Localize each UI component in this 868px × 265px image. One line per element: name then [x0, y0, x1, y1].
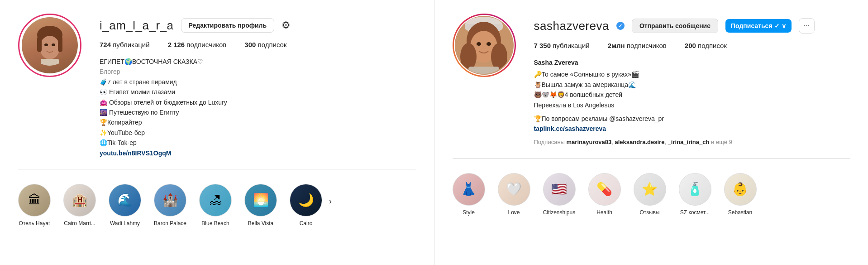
- left-stories-row: 🏛 Отель Hayat 🏨 Cairo Marri... 🌊 Wadi La…: [18, 177, 322, 226]
- left-avatar-wrap: [18, 14, 81, 77]
- right-story-thumb-3: 💊: [588, 173, 621, 206]
- bio-line-2: 🧳7 лет в стране пирамид: [100, 77, 416, 87]
- right-story-thumb-2: 🇺🇸: [543, 173, 576, 206]
- following-user-1[interactable]: marinayurova83: [567, 139, 612, 145]
- settings-icon[interactable]: ⚙: [281, 20, 291, 30]
- right-story-item-3[interactable]: 💊 Health: [588, 173, 621, 216]
- story-thumb-5: 🌅: [244, 184, 277, 217]
- story-label-2: Wadi Lahmy: [110, 220, 140, 226]
- left-stats-row: 724 публикаций 2 126 подписчиков 300 под…: [100, 41, 416, 48]
- story-label-6: Cairo: [300, 220, 313, 226]
- svg-point-1: [40, 36, 60, 59]
- left-profile-top: i_am_l_a_r_a Редактировать профиль ⚙ 724…: [18, 14, 416, 158]
- following-user-3[interactable]: _irina_irina_ch: [668, 139, 710, 145]
- svg-rect-3: [58, 36, 62, 52]
- story-thumb-3: 🏰: [154, 184, 186, 217]
- svg-point-15: [486, 42, 491, 46]
- right-profile-top: sashazvereva ✓ Отправить сообщение Подпи…: [453, 14, 850, 147]
- svg-point-14: [477, 42, 481, 46]
- following-user-2[interactable]: aleksandra.desire: [615, 139, 665, 145]
- right-stats-row: 7 350 публикаций 2млн подписчиков 200 по…: [534, 42, 850, 49]
- left-story-item-6[interactable]: 🌙 Cairo: [290, 184, 322, 226]
- svg-point-4: [44, 43, 48, 46]
- right-story-label-3: Health: [596, 209, 612, 216]
- edit-profile-button[interactable]: Редактировать профиль: [181, 18, 275, 33]
- right-avatar-inner: [455, 16, 514, 75]
- right-story-label-2: Citizenshipus: [543, 209, 575, 216]
- story-label-4: Blue Beach: [201, 220, 229, 226]
- right-stories-section: 👗 Style 🤍 Love 🇺🇸 Citizenshipus 💊 Health…: [453, 158, 850, 216]
- right-avatar-gradient: [453, 14, 516, 77]
- left-username: i_am_l_a_r_a: [100, 19, 174, 33]
- left-story-item-4[interactable]: 🏖 Blue Beach: [199, 184, 232, 226]
- svg-point-12: [460, 43, 477, 70]
- more-icon: ···: [804, 22, 810, 29]
- story-thumb-1: 🏨: [63, 184, 96, 217]
- right-story-label-0: Style: [463, 209, 475, 216]
- right-story-item-5[interactable]: 🧴 SZ космет...: [679, 173, 711, 216]
- left-bio-link[interactable]: youtu.be/n8IRVS1OgqM: [100, 148, 416, 158]
- right-profile-info: sashazvereva ✓ Отправить сообщение Подпи…: [534, 14, 850, 147]
- right-story-item-1[interactable]: 🤍 Love: [498, 173, 530, 216]
- right-story-label-5: SZ космет...: [680, 209, 710, 216]
- left-posts-stat: 724 публикаций: [100, 41, 150, 48]
- right-bio-line-3: Переехала в Los Angelesus: [534, 100, 850, 110]
- svg-rect-2: [37, 36, 42, 52]
- more-options-button[interactable]: ···: [799, 18, 815, 34]
- right-avatar-inner-wrap: [454, 15, 515, 76]
- story-label-0: Отель Hayat: [19, 220, 50, 226]
- story-label-3: Baron Palace: [154, 220, 186, 226]
- right-bio-name: Sasha Zvereva: [534, 58, 850, 67]
- send-message-button[interactable]: Отправить сообщение: [632, 19, 718, 33]
- left-story-item-2[interactable]: 🌊 Wadi Lahmy: [109, 184, 141, 226]
- bio-line-3: 👀 Египет моими глазами: [100, 87, 416, 97]
- right-story-item-6[interactable]: 👶 Sebastian: [724, 173, 757, 216]
- right-following-stat: 200 подписок: [685, 42, 727, 49]
- bio-line-1: Блогер: [100, 67, 416, 77]
- right-story-thumb-1: 🤍: [498, 173, 530, 206]
- bio-line-8: 🌐Tik-Tok-ер: [100, 138, 416, 148]
- right-story-thumb-6: 👶: [724, 173, 757, 206]
- bio-line-0: ЕГИПЕТ🌍ВОСТОЧНАЯ СКАЗКА♡: [100, 57, 416, 67]
- right-story-label-1: Love: [508, 209, 520, 216]
- story-thumb-4: 🏖: [199, 184, 232, 217]
- right-bio-line-0: 🔑То самое «Солнышко в руках»🎬: [534, 69, 850, 79]
- right-story-label-6: Sebastian: [728, 209, 752, 216]
- right-scroll-arrow[interactable]: ›: [324, 185, 337, 218]
- right-bio: Sasha Zvereva 🔑То самое «Солнышко в рука…: [534, 58, 850, 147]
- chevron-down-icon: ∨: [782, 22, 786, 29]
- left-story-item-1[interactable]: 🏨 Cairo Marri...: [63, 184, 96, 226]
- verified-badge: ✓: [616, 22, 625, 30]
- right-story-item-0[interactable]: 👗 Style: [453, 173, 485, 216]
- right-bio-line-1: 🦉Вышла замуж за американца🌊: [534, 80, 850, 90]
- bio-line-6: 🏆Копирайтер: [100, 117, 416, 127]
- right-header-row: sashazvereva ✓ Отправить сообщение Подпи…: [534, 18, 850, 34]
- bio-line-5: 🌆 Путешествую по Египту: [100, 107, 416, 117]
- right-bio-link[interactable]: taplink.cc/sashazvereva: [534, 124, 850, 134]
- left-bio: ЕГИПЕТ🌍ВОСТОЧНАЯ СКАЗКА♡ Блогер 🧳7 лет в…: [100, 57, 416, 158]
- story-label-5: Bella Vista: [248, 220, 273, 226]
- bio-line-7: ✨YouTube-бер: [100, 128, 416, 138]
- follow-button[interactable]: Подписаться ✓ ∨: [725, 19, 792, 33]
- story-thumb-6: 🌙: [290, 184, 322, 217]
- right-bio-line-2: 🐻🐨🦊🦁4 волшебных детей: [534, 90, 850, 100]
- left-story-item-0[interactable]: 🏛 Отель Hayat: [18, 184, 51, 226]
- right-story-thumb-0: 👗: [453, 173, 485, 206]
- check-icon: ✓: [774, 22, 780, 29]
- left-stories-section: 🏛 Отель Hayat 🏨 Cairo Marri... 🌊 Wadi La…: [18, 169, 416, 226]
- right-story-item-4[interactable]: ⭐ Отзывы: [634, 173, 666, 216]
- left-story-item-5[interactable]: 🌅 Bella Vista: [244, 184, 277, 226]
- right-story-thumb-4: ⭐: [634, 173, 666, 206]
- svg-rect-16: [468, 67, 499, 74]
- story-thumb-2: 🌊: [109, 184, 141, 217]
- right-username: sashazvereva: [534, 19, 609, 33]
- right-stories-row: 👗 Style 🤍 Love 🇺🇸 Citizenshipus 💊 Health…: [453, 166, 757, 216]
- right-avatar-wrap: [453, 14, 516, 77]
- right-story-thumb-5: 🧴: [679, 173, 711, 206]
- story-label-1: Cairo Marri...: [64, 220, 95, 226]
- right-story-label-4: Отзывы: [640, 209, 660, 216]
- right-story-item-2[interactable]: 🇺🇸 Citizenshipus: [543, 173, 576, 216]
- svg-point-13: [491, 43, 507, 70]
- left-story-item-3[interactable]: 🏰 Baron Palace: [154, 184, 186, 226]
- left-profile: i_am_l_a_r_a Редактировать профиль ⚙ 724…: [0, 0, 434, 265]
